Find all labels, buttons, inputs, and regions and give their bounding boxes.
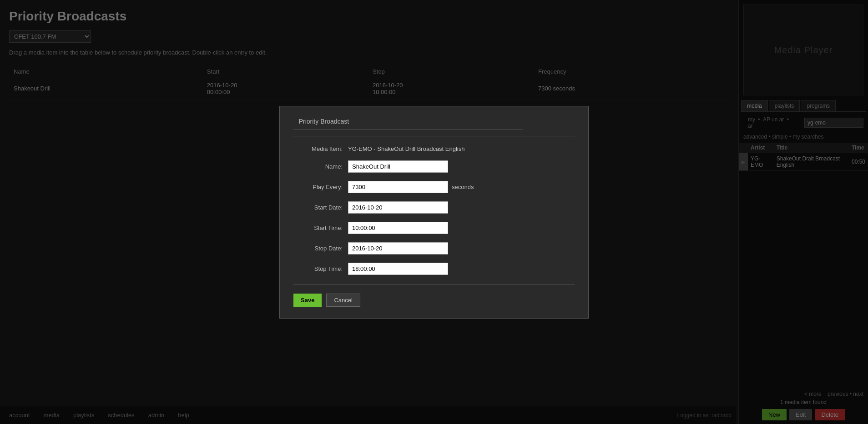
stop-time-row: Stop Time: (293, 263, 575, 275)
play-every-row: Play Every: seconds (293, 181, 575, 193)
stop-date-row: Stop Date: (293, 242, 575, 254)
modal-title: Priority Broadcast (293, 118, 575, 136)
play-every-input[interactable] (348, 181, 448, 193)
media-item-value: YG-EMO - ShakeOut Drill Broadcast Englis… (348, 145, 464, 152)
media-item-row: Media Item: YG-EMO - ShakeOut Drill Broa… (293, 145, 575, 152)
modal-actions: Save Cancel (293, 294, 575, 307)
save-button[interactable]: Save (293, 294, 322, 307)
start-time-input[interactable] (348, 222, 448, 234)
priority-broadcast-modal: Priority Broadcast Media Item: YG-EMO - … (279, 106, 589, 319)
stop-date-input[interactable] (348, 242, 448, 254)
seconds-label: seconds (452, 184, 474, 190)
name-input[interactable] (348, 160, 448, 173)
stop-time-label: Stop Time: (293, 265, 348, 272)
stop-date-label: Stop Date: (293, 245, 348, 252)
start-date-input[interactable] (348, 201, 448, 214)
media-item-label: Media Item: (293, 145, 348, 152)
start-date-row: Start Date: (293, 201, 575, 214)
start-time-row: Start Time: (293, 222, 575, 234)
modal-overlay: Priority Broadcast Media Item: YG-EMO - … (0, 0, 868, 424)
modal-divider (293, 284, 575, 284)
name-label: Name: (293, 163, 348, 170)
start-date-label: Start Date: (293, 204, 348, 211)
cancel-button[interactable]: Cancel (326, 294, 360, 307)
stop-time-input[interactable] (348, 263, 448, 275)
start-time-label: Start Time: (293, 224, 348, 231)
play-every-label: Play Every: (293, 184, 348, 190)
name-row: Name: (293, 160, 575, 173)
